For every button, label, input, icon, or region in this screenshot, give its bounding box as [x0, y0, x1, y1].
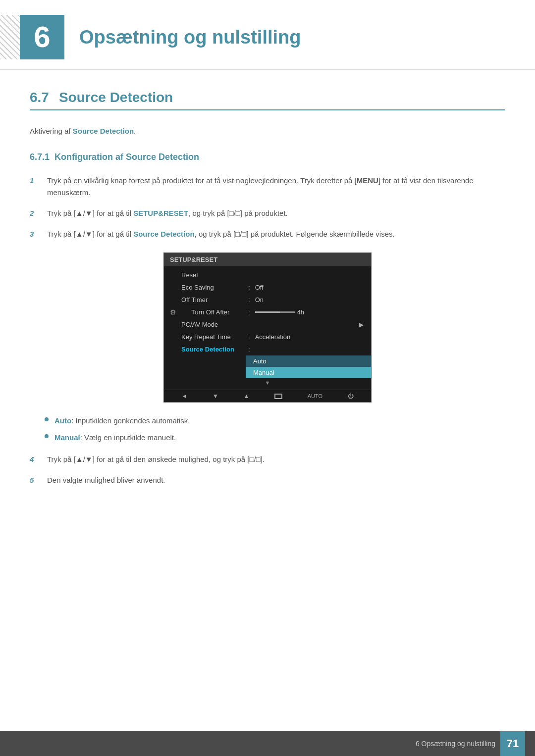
toolbar-down-icon: ▼ [213, 393, 218, 400]
screen-label-sourcedetection: Source Detection [181, 346, 246, 353]
slider-track [255, 311, 295, 313]
step-5-number: 5 [30, 474, 42, 486]
screen-value-keyrepeat: Acceleration [255, 333, 291, 341]
more-icon: ▼ [265, 380, 270, 386]
screen-toolbar: ◄ ▼ ▲ AUTO ⏻ [164, 390, 371, 402]
step-3-number: 3 [30, 228, 42, 240]
dropdown-auto: Auto [246, 355, 371, 367]
section-number: 6.7 [30, 90, 49, 105]
chapter-title: Opsætning og nulstilling [79, 27, 301, 48]
screen-row-turnoff: ⚙ Turn Off After : 4h [164, 306, 371, 318]
section-title: 6.7Source Detection [30, 90, 505, 110]
bullet-list: Auto: Inputkilden genkendes automatisk. … [45, 415, 505, 444]
bullet-manual: Manual: Vælg en inputkilde manuelt. [45, 432, 505, 444]
toolbar-up-btn: ▲ [243, 393, 249, 400]
intro-suffix: . [134, 127, 136, 135]
gear-icon: ⚙ [170, 308, 176, 316]
toolbar-down-btn: ▼ [213, 393, 218, 400]
screen-label-turnoff: Turn Off After [181, 308, 246, 316]
screen-body: Reset Eco Saving : Off Off Timer : On ⚙ [164, 266, 371, 390]
section-title-text: Source Detection [59, 90, 173, 105]
subsection-title-text: Konfiguration af Source Detection [54, 152, 199, 162]
screen-row-pcav: PC/AV Mode ▶ [164, 318, 371, 331]
screen-colon-eco: : [248, 284, 250, 291]
step-2: 2 Tryk på [▲/▼] for at gå til SETUP&RESE… [30, 207, 505, 219]
screen-mockup: SETUP&RESET Reset Eco Saving : Off Off T… [163, 252, 372, 403]
steps-list-2: 4 Tryk på [▲/▼] for at gå til den ønsked… [30, 454, 505, 486]
toolbar-auto-label: AUTO [308, 393, 322, 399]
step-4: 4 Tryk på [▲/▼] for at gå til den ønsked… [30, 454, 505, 465]
toolbar-left-icon: ◄ [181, 393, 187, 400]
slider-filled [255, 311, 280, 313]
screen-colon-keyrepeat: : [248, 333, 250, 341]
step-5-text: Den valgte mulighed bliver anvendt. [47, 474, 165, 486]
steps-list: 1 Tryk på en vilkårlig knap forrest på p… [30, 175, 505, 240]
slider-label: 4h [297, 308, 304, 316]
step-3-text: Tryk på [▲/▼] for at gå til Source Detec… [47, 228, 395, 240]
screen-colon-sourcedetection: : [248, 346, 250, 353]
screen-mockup-container: SETUP&RESET Reset Eco Saving : Off Off T… [30, 252, 505, 403]
screen-label-eco: Eco Saving [181, 284, 246, 291]
dropdown-overlay: Auto Manual [246, 355, 371, 378]
screen-label-reset: Reset [181, 271, 246, 279]
screen-slider: 4h [255, 308, 304, 316]
chapter-number-box: 6 [20, 15, 64, 59]
screen-header: SETUP&RESET [164, 253, 371, 266]
bullet-manual-bold: Manual [54, 433, 80, 442]
toolbar-up-icon: ▲ [243, 393, 249, 400]
screen-row-eco: Eco Saving : Off [164, 281, 371, 294]
step-2-number: 2 [30, 207, 42, 219]
subsection-number: 6.7.1 [30, 152, 50, 162]
bullet-dot-manual [45, 434, 49, 438]
screen-row-offtimer: Off Timer : On [164, 294, 371, 306]
bullet-text-manual: Manual: Vælg en inputkilde manuelt. [54, 432, 176, 444]
screen-value-offtimer: On [255, 296, 264, 303]
step-1: 1 Tryk på en vilkårlig knap forrest på p… [30, 175, 505, 199]
dropdown-manual: Manual [246, 367, 371, 378]
step-3: 3 Tryk på [▲/▼] for at gå til Source Det… [30, 228, 505, 240]
toolbar-power-icon: ⏻ [348, 393, 354, 400]
intro-prefix: Aktivering af [30, 127, 73, 135]
step-4-number: 4 [30, 454, 42, 465]
chapter-number: 6 [34, 22, 50, 52]
screen-colon-offtimer: : [248, 296, 250, 303]
screen-header-text: SETUP&RESET [170, 256, 217, 263]
screen-row-sourcedetection: Source Detection : [164, 343, 371, 355]
screen-value-eco: Off [255, 284, 264, 291]
bullet-auto: Auto: Inputkilden genkendes automatisk. [45, 415, 505, 427]
footer-text: 6 Opsætning og nulstilling [416, 740, 495, 748]
bullet-text-auto: Auto: Inputkilden genkendes automatisk. [54, 415, 190, 427]
intro-paragraph: Aktivering af Source Detection. [30, 125, 505, 137]
subsection-title: 6.7.1 Konfiguration af Source Detection [30, 152, 505, 162]
toolbar-auto-btn: AUTO [308, 393, 322, 399]
footer-page-number: 71 [500, 731, 525, 756]
step-4-text: Tryk på [▲/▼] for at gå til den ønskede … [47, 454, 265, 465]
toolbar-enter-icon [274, 394, 282, 399]
intro-bold: Source Detection [73, 127, 134, 135]
arrow-right-icon: ▶ [359, 321, 364, 328]
bullet-dot-auto [45, 417, 49, 421]
page-footer: 6 Opsætning og nulstilling 71 [0, 731, 535, 756]
screen-label-offtimer: Off Timer [181, 296, 246, 303]
main-content: 6.7Source Detection Aktivering af Source… [0, 90, 535, 526]
toolbar-enter-btn [274, 394, 282, 399]
screen-label-pcav: PC/AV Mode [181, 321, 246, 328]
step-5: 5 Den valgte mulighed bliver anvendt. [30, 474, 505, 486]
step-1-text: Tryk på en vilkårlig knap forrest på pro… [47, 175, 505, 199]
chapter-header: 6 Opsætning og nulstilling [0, 0, 535, 70]
screen-label-keyrepeat: Key Repeat Time [181, 333, 246, 341]
bullet-auto-bold: Auto [54, 416, 71, 425]
screen-colon-turnoff: : [248, 308, 250, 316]
screen-row-reset: Reset [164, 269, 371, 281]
toolbar-power-btn: ⏻ [348, 393, 354, 400]
screen-row-more: ▼ [164, 378, 371, 387]
step-1-number: 1 [30, 175, 42, 187]
step-2-text: Tryk på [▲/▼] for at gå til SETUP&RESET,… [47, 207, 288, 219]
toolbar-left-btn: ◄ [181, 393, 187, 400]
screen-row-keyrepeat: Key Repeat Time : Acceleration [164, 331, 371, 343]
